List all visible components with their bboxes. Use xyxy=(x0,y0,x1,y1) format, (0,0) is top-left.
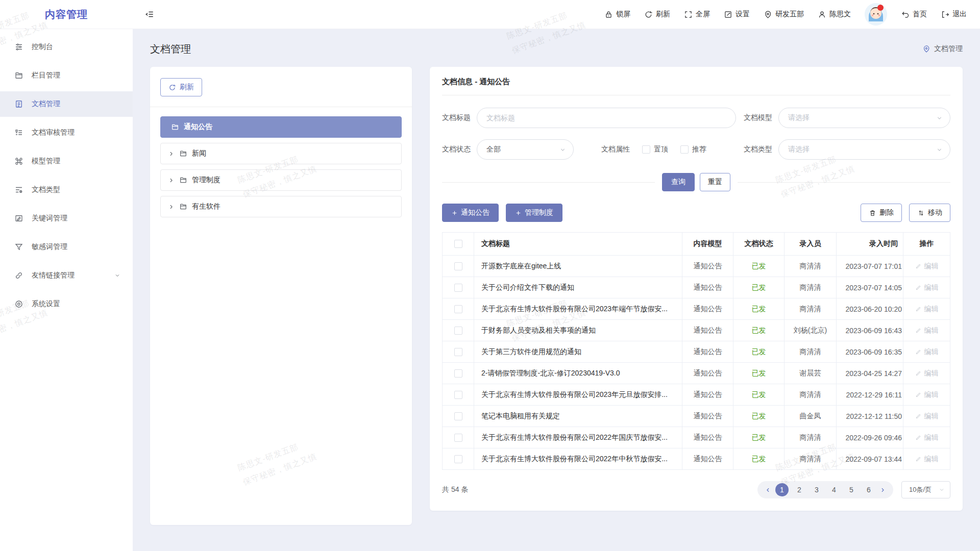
edit-button[interactable]: 编辑 xyxy=(915,347,939,357)
logout-button[interactable]: 退出 xyxy=(941,10,967,19)
attr-recommend-checkbox[interactable]: 推荐 xyxy=(680,145,706,154)
tree-node-news[interactable]: 新闻 xyxy=(160,143,402,164)
sidebar-item-columns[interactable]: 栏目管理 xyxy=(0,63,133,88)
breadcrumb[interactable]: 文档管理 xyxy=(922,44,963,54)
trash-icon xyxy=(869,209,876,217)
app-title: 内容管理 xyxy=(0,8,133,21)
doc-title-cell[interactable]: 2-请销假管理制度-北京-修订20230419-V3.0 xyxy=(474,363,682,384)
chevron-left-icon xyxy=(765,487,771,493)
row-checkbox[interactable] xyxy=(454,434,462,442)
edit-button[interactable]: 编辑 xyxy=(915,433,939,442)
sidebar-item-documents[interactable]: 文档管理 xyxy=(0,91,133,117)
row-checkbox[interactable] xyxy=(454,391,462,399)
row-checkbox[interactable] xyxy=(454,262,462,270)
reset-button[interactable]: 重置 xyxy=(700,173,730,191)
sidebar-item-console[interactable]: 控制台 xyxy=(0,34,133,60)
sidebar-item-models[interactable]: 模型管理 xyxy=(0,148,133,174)
edit-button[interactable]: 编辑 xyxy=(915,369,939,378)
tree-node-software[interactable]: 有生软件 xyxy=(160,196,402,217)
row-checkbox[interactable] xyxy=(454,348,462,356)
move-button[interactable]: 移动 xyxy=(909,204,950,222)
page-number-button[interactable]: 4 xyxy=(827,483,841,496)
doc-title-label: 文档标题 xyxy=(442,113,471,122)
doc-title-cell[interactable]: 笔记本电脑租用有关规定 xyxy=(474,406,682,427)
doc-title-cell[interactable]: 关于北京有生博大软件股份有限公司2023年端午节放假安... xyxy=(474,298,682,319)
list-gear-icon xyxy=(14,185,23,194)
row-checkbox[interactable] xyxy=(454,284,462,292)
sidebar-item-doc-review[interactable]: 文档审核管理 xyxy=(0,120,133,145)
sidebar-item-system-settings[interactable]: 系统设置 xyxy=(0,291,133,317)
home-button[interactable]: 首页 xyxy=(901,10,927,19)
row-checkbox[interactable] xyxy=(454,327,462,335)
fullscreen-button[interactable]: 全屏 xyxy=(684,10,710,19)
search-button[interactable]: 查询 xyxy=(662,173,695,191)
table-row: 关于北京有生博大软件股份有限公司2022年中秋节放假安... 通知公告 已发 商… xyxy=(443,448,950,470)
doc-type-select[interactable]: 请选择 xyxy=(778,139,950,160)
add-rule-button[interactable]: 管理制度 xyxy=(506,204,562,222)
chevron-down-icon xyxy=(939,487,945,493)
page-number-button[interactable]: 6 xyxy=(862,483,875,496)
total-count: 共 54 条 xyxy=(442,485,468,494)
folder-icon xyxy=(179,176,187,184)
row-checkbox[interactable] xyxy=(454,305,462,313)
page-number-button[interactable]: 3 xyxy=(810,483,823,496)
add-notice-button[interactable]: 通知公告 xyxy=(442,204,499,222)
doc-title-cell[interactable]: 关于公司介绍文件下载的通知 xyxy=(474,277,682,298)
doc-title-cell[interactable]: 开源数字底座在gitee上线 xyxy=(474,256,682,277)
select-all-checkbox[interactable] xyxy=(454,240,462,248)
table-row: 于财务部人员变动及相关事项的通知 通知公告 已发 刘杨(北京) 2023-06-… xyxy=(443,320,950,341)
table-header-row: 文档标题 内容模型 文档状态 录入员 录入时间 操作 xyxy=(443,233,950,256)
edit-button[interactable]: 编辑 xyxy=(915,455,939,464)
doc-time-cell: 2023-06-09 16:43 xyxy=(837,320,903,341)
edit-button[interactable]: 编辑 xyxy=(915,412,939,421)
settings-button[interactable]: 设置 xyxy=(724,10,750,19)
doc-time-cell: 2022-09-26 09:46 xyxy=(837,427,903,448)
table-row: 开源数字底座在gitee上线 通知公告 已发 商清清 2023-07-07 17… xyxy=(443,256,950,277)
row-checkbox[interactable] xyxy=(454,369,462,378)
user-button[interactable]: 陈思文 xyxy=(818,10,851,19)
edit-button[interactable]: 编辑 xyxy=(915,283,939,292)
doc-operator-cell: 商清清 xyxy=(785,298,837,319)
page-number-button[interactable]: 2 xyxy=(793,483,806,496)
edit-button[interactable]: 编辑 xyxy=(915,305,939,314)
page-size-select[interactable]: 10条/页 xyxy=(901,481,950,498)
sidebar-item-sensitive-words[interactable]: 敏感词管理 xyxy=(0,234,133,260)
refresh-button[interactable]: 刷新 xyxy=(644,10,670,19)
prev-page-button[interactable] xyxy=(765,487,771,493)
next-page-button[interactable] xyxy=(879,487,886,493)
doc-title-cell[interactable]: 于财务部人员变动及相关事项的通知 xyxy=(474,320,682,341)
checklist-icon xyxy=(14,128,23,137)
avatar[interactable] xyxy=(865,3,887,26)
page-number-button[interactable]: 1 xyxy=(775,483,789,496)
tree-refresh-button[interactable]: 刷新 xyxy=(160,78,202,96)
edit-button[interactable]: 编辑 xyxy=(915,390,939,399)
edit-button[interactable]: 编辑 xyxy=(915,326,939,335)
doc-title-input[interactable] xyxy=(477,108,736,128)
sidebar-item-keywords[interactable]: 关键词管理 xyxy=(0,206,133,231)
lock-screen-button[interactable]: 锁屏 xyxy=(604,10,630,19)
row-checkbox[interactable] xyxy=(454,455,462,463)
sidebar-item-doc-types[interactable]: 文档类型 xyxy=(0,177,133,203)
doc-status-cell: 已发 xyxy=(733,320,785,341)
tree-node-rules[interactable]: 管理制度 xyxy=(160,169,402,191)
department-button[interactable]: 研发五部 xyxy=(764,10,804,19)
edit-button[interactable]: 编辑 xyxy=(915,262,939,271)
doc-model-label: 文档模型 xyxy=(744,113,772,122)
doc-model-cell: 通知公告 xyxy=(682,427,733,448)
chevron-right-icon xyxy=(168,204,175,210)
sidebar-item-friend-links[interactable]: 友情链接管理 xyxy=(0,263,133,288)
doc-title-cell[interactable]: 关于北京有生博大软件股份有限公司2023年元旦放假安排... xyxy=(474,384,682,405)
tree-node-notice[interactable]: 通知公告 xyxy=(160,116,402,138)
doc-title-cell[interactable]: 关于北京有生博大软件股份有限公司2022年中秋节放假安... xyxy=(474,448,682,469)
attr-top-checkbox[interactable]: 置顶 xyxy=(642,145,668,154)
doc-time-cell: 2023-04-25 14:27 xyxy=(837,363,903,384)
doc-status-select[interactable]: 全部 xyxy=(477,139,574,160)
doc-model-select[interactable]: 请选择 xyxy=(778,108,950,128)
collapse-sidebar-icon[interactable] xyxy=(145,10,154,19)
row-checkbox[interactable] xyxy=(454,412,462,420)
doc-title-cell[interactable]: 关于北京有生博大软件股份有限公司2022年国庆节放假安... xyxy=(474,427,682,448)
delete-button[interactable]: 删除 xyxy=(861,204,902,222)
doc-status-label: 文档状态 xyxy=(442,145,471,154)
page-number-button[interactable]: 5 xyxy=(845,483,858,496)
doc-title-cell[interactable]: 关于第三方软件使用规范的通知 xyxy=(474,341,682,362)
